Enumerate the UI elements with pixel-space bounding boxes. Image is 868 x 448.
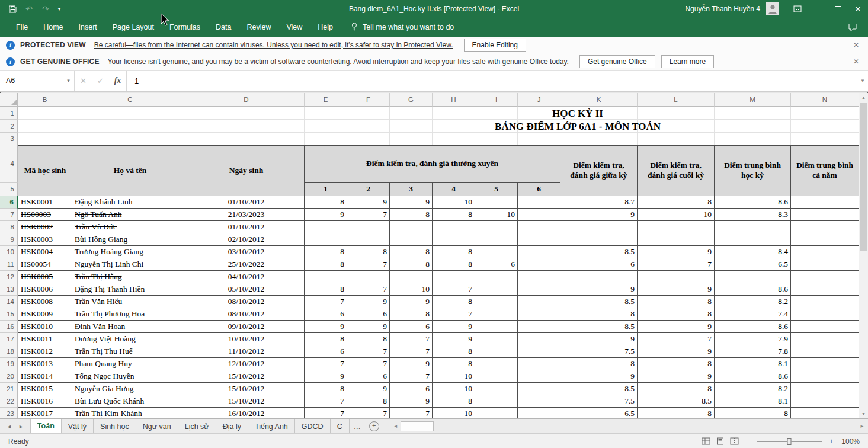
cell-final-row13[interactable]: 9 — [638, 283, 715, 296]
cell-G3[interactable] — [390, 133, 433, 145]
cell-id-row15[interactable]: HSK0009 — [18, 308, 72, 321]
cell-score-3-row18[interactable]: 7 — [390, 345, 433, 358]
cell-score-6-row11[interactable] — [518, 258, 560, 271]
cell-final-row17[interactable]: 7 — [638, 333, 715, 345]
ribbon-tab-home[interactable]: Home — [36, 18, 71, 37]
cell-semester-avg-row19[interactable]: 8.1 — [715, 358, 791, 370]
cell-score-4-row10[interactable]: 8 — [433, 246, 475, 258]
cell-dob-row12[interactable]: 04/10/2012 — [188, 271, 305, 283]
sheet-tab-địa-lý[interactable]: Địa lý — [216, 419, 248, 434]
horizontal-scrollbar[interactable]: ◄ ► — [391, 419, 868, 434]
cell-semester-avg-row10[interactable]: 8.4 — [715, 246, 791, 258]
cell-semester-avg-row6[interactable]: 8.6 — [715, 196, 791, 209]
cell-year-avg-row20[interactable] — [791, 370, 859, 383]
cell-score-4-row7[interactable]: 8 — [433, 209, 475, 221]
row-header-6[interactable]: 6 — [0, 196, 18, 209]
row-header-22[interactable]: 22 — [0, 395, 18, 408]
cell-id-row19[interactable]: HSK0013 — [18, 358, 72, 370]
cell-score-1-row21[interactable]: 8 — [305, 383, 347, 395]
cell-score-5-row19[interactable] — [475, 358, 518, 370]
cell-name-row10[interactable]: Trương Hoàng Giang — [72, 246, 188, 258]
cell-score-6-row13[interactable] — [518, 283, 560, 296]
cell-D1[interactable] — [188, 107, 305, 120]
cell-score-3-row6[interactable]: 9 — [390, 196, 433, 209]
cell-score-4-row16[interactable]: 9 — [433, 321, 475, 333]
cell-semester-avg-row22[interactable]: 8.1 — [715, 395, 791, 408]
enable-editing-button[interactable]: Enable Editing — [464, 39, 526, 52]
cell-score-6-row20[interactable] — [518, 370, 560, 383]
insert-function-icon[interactable]: fx — [109, 70, 126, 91]
hscroll-thumb[interactable] — [401, 421, 434, 431]
cell-midterm-row20[interactable]: 9 — [560, 370, 638, 383]
cell-score-3-row19[interactable]: 9 — [390, 358, 433, 370]
cell-dob-row6[interactable]: 01/10/2012 — [188, 196, 305, 209]
cell-score-2-row16[interactable]: 9 — [347, 321, 390, 333]
cell-id-row20[interactable]: HSK0014 — [18, 370, 72, 383]
cell-name-row13[interactable]: Đặng Thị Thanh Hiền — [72, 283, 188, 296]
cell-score-5-row13[interactable] — [475, 283, 518, 296]
cell-L1[interactable] — [638, 107, 715, 120]
cell-score-4-row14[interactable]: 8 — [433, 296, 475, 308]
name-box-dropdown-icon[interactable]: ▾ — [63, 70, 75, 91]
cell-B2[interactable] — [18, 120, 72, 133]
cell-N2[interactable] — [791, 120, 859, 133]
cell-midterm-row12[interactable] — [560, 271, 638, 283]
cell-score-5-row16[interactable] — [475, 321, 518, 333]
cell-midterm-row18[interactable]: 7.5 — [560, 345, 638, 358]
row-header-15[interactable]: 15 — [0, 308, 18, 321]
cell-score-3-row21[interactable]: 6 — [390, 383, 433, 395]
cell-id-row6[interactable]: HSK0001 — [18, 196, 72, 209]
cell-score-4-row18[interactable]: 8 — [433, 345, 475, 358]
row-header-23[interactable]: 23 — [0, 408, 18, 418]
cell-name-row11[interactable]: Nguyễn Thị Linh Chi — [72, 258, 188, 271]
sheet-tab-c[interactable]: C — [331, 419, 350, 434]
save-icon[interactable] — [5, 1, 20, 17]
cell-M2[interactable] — [715, 120, 791, 133]
cell-score-6-row9[interactable] — [518, 233, 560, 246]
cell-midterm-row23[interactable]: 6.5 — [560, 408, 638, 418]
page-break-view-icon[interactable] — [730, 437, 739, 445]
cell-E1[interactable] — [305, 107, 347, 120]
cell-H3[interactable] — [433, 133, 475, 145]
cell-score-3-row9[interactable] — [390, 233, 433, 246]
row-header-14[interactable]: 14 — [0, 296, 18, 308]
cell-score-6-row19[interactable] — [518, 358, 560, 370]
row-header-10[interactable]: 10 — [0, 246, 18, 258]
cell-id-row9[interactable]: HSK0003 — [18, 233, 72, 246]
genuine-office-close-icon[interactable]: ✕ — [850, 53, 862, 70]
next-sheet-icon[interactable]: ► — [18, 424, 24, 430]
close-button[interactable]: ✕ — [848, 0, 868, 18]
cell-H1[interactable] — [433, 107, 475, 120]
hscroll-right-icon[interactable]: ► — [857, 424, 867, 429]
cell-score-2-row7[interactable]: 7 — [347, 209, 390, 221]
zoom-in-icon[interactable]: + — [828, 437, 834, 446]
cell-score-6-row22[interactable] — [518, 395, 560, 408]
cell-score-5-row22[interactable] — [475, 395, 518, 408]
vscroll-thumb[interactable] — [860, 103, 867, 251]
protected-view-message[interactable]: Be careful—files from the Internet can c… — [94, 41, 453, 49]
cell-semester-avg-row23[interactable]: 8 — [715, 408, 791, 418]
cell-score-6-row17[interactable] — [518, 333, 560, 345]
cell-year-avg-row22[interactable] — [791, 395, 859, 408]
cell-score-1-row23[interactable]: 7 — [305, 408, 347, 418]
cell-B1[interactable] — [18, 107, 72, 120]
more-sheets-button[interactable]: … — [350, 419, 365, 434]
cell-score-1-row20[interactable]: 9 — [305, 370, 347, 383]
cell-final-row21[interactable]: 8 — [638, 383, 715, 395]
cell-name-row18[interactable]: Trần Thị Thu Huế — [72, 345, 188, 358]
cell-score-4-row12[interactable] — [433, 271, 475, 283]
column-header-N[interactable]: N — [791, 93, 859, 107]
cell-score-2-row15[interactable]: 6 — [347, 308, 390, 321]
cell-score-2-row13[interactable]: 7 — [347, 283, 390, 296]
column-header-M[interactable]: M — [715, 93, 791, 107]
cell-year-avg-row13[interactable] — [791, 283, 859, 296]
cell-score-6-row21[interactable] — [518, 383, 560, 395]
cell-year-avg-row19[interactable] — [791, 358, 859, 370]
cell-final-row9[interactable] — [638, 233, 715, 246]
cell-year-avg-row18[interactable] — [791, 345, 859, 358]
column-header-F[interactable]: F — [347, 93, 390, 107]
cell-year-avg-row7[interactable] — [791, 209, 859, 221]
cell-score-4-row15[interactable]: 7 — [433, 308, 475, 321]
cell-midterm-row21[interactable]: 8.5 — [560, 383, 638, 395]
cell-M1[interactable] — [715, 107, 791, 120]
